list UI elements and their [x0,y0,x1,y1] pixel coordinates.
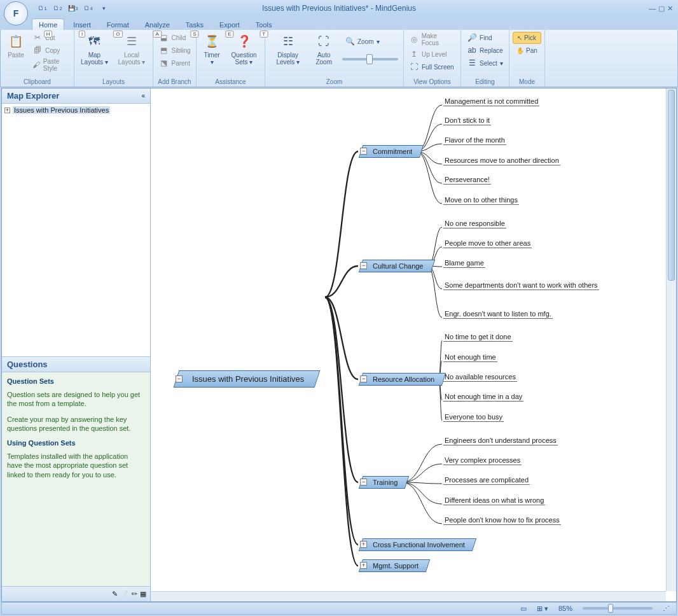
status-bar: ▭ ⊞ ▾ 85% ⋰ [1,602,677,615]
mindmap-leaf[interactable]: Resources move to another direction [443,157,560,165]
qat-item[interactable]: 🗋2 [51,2,65,15]
tab-analyze[interactable]: AnalyzeA [138,18,177,30]
tab-tools[interactable]: ToolsT [249,18,279,30]
mindmap-leaf[interactable]: Management is not committed [443,97,539,106]
close-button[interactable]: ✕ [667,4,673,13]
mindmap-branch-node[interactable]: −Cultural Change [359,260,435,272]
tab-tasks[interactable]: TasksS [179,18,211,30]
ribbon: 📋Paste ✂Cut 🗐Copy 🖌Paste Style Clipboard… [0,30,678,87]
paste-button: 📋Paste [3,31,29,60]
copy-button: 🗐Copy [30,44,71,57]
sidebar: Map Explorer « + Issues with Previous In… [2,88,151,601]
qat-item[interactable]: 🗋1 [36,2,50,15]
mindmap-branch-node[interactable]: +Mgmt. Support [359,559,431,572]
mindmap-leaf[interactable]: Blame game [443,259,485,268]
mindmap-branch-node[interactable]: −Commitment [359,145,424,158]
mindmap-leaf[interactable]: Engr. doesn't want to listen to mfg. [443,310,553,319]
edit-icon[interactable]: ✏ [132,590,137,598]
mindmap-branch-node[interactable]: +Cross Functional Involvement [359,538,476,551]
mindmap-canvas[interactable]: −Issues with Previous Initiatives−Commit… [151,88,676,601]
view-icon[interactable]: ▭ [520,605,527,613]
maximize-button[interactable]: ▢ [658,4,665,13]
qat-item[interactable]: 💾3 [66,2,80,15]
mindmap-leaf[interactable]: No time to get it done [443,333,513,342]
find-button[interactable]: 🔎Find [464,31,506,44]
zoom-slider[interactable] [342,58,398,60]
quick-access-toolbar: 🗋1 🗋2 💾3 🗋4 ▾ [36,2,111,15]
questions-header: Questions [2,357,150,372]
timer-button[interactable]: ⏳Timer ▾ [199,31,225,67]
window-title: Issues with Previous Initiatives* - Mind… [262,4,416,13]
pan-mode-button[interactable]: ✋Pan [513,45,541,56]
mindmap-leaf[interactable]: People move to other areas [443,239,532,248]
mindmap-leaf[interactable]: Some departments don't want to work with… [443,281,599,290]
make-focus-button: ◎Make Focus [406,31,458,48]
mindmap-root-node[interactable]: −Issues with Previous Initiatives [174,370,321,388]
replace-button[interactable]: abReplace [464,44,506,57]
resize-grip-icon[interactable]: ⋰ [663,605,670,613]
pencil-icon[interactable]: ✎ [112,590,118,598]
grid-icon[interactable]: ▦ [140,590,146,598]
mindmap-leaf[interactable]: No one responsible [443,220,506,228]
tab-export[interactable]: ExportE [212,18,247,30]
vertical-scrollbar[interactable] [666,88,676,591]
display-levels-button[interactable]: ☷Display Levels ▾ [268,31,308,67]
tab-insert[interactable]: InsertI [66,18,98,30]
full-screen-button[interactable]: ⛶Full Screen [406,60,458,73]
expand-icon[interactable]: + [4,108,10,113]
mindmap-leaf[interactable]: Not enough time [443,353,497,362]
mindmap-leaf[interactable]: Processes are complicated [443,476,530,485]
workspace: Map Explorer « + Issues with Previous In… [1,88,677,602]
mindmap-leaf[interactable]: Very complex processes [443,456,522,465]
title-bar: F 🗋1 🗋2 💾3 🗋4 ▾ Issues with Previous Ini… [0,0,678,17]
mindmap-leaf[interactable]: People don't know how to fix process [443,516,561,525]
questions-toolbar: ✎ ❔ ✏ ▦ [2,586,150,601]
select-button[interactable]: ☰Select ▾ [464,57,506,69]
map-explorer-header: Map Explorer « [2,88,150,104]
mindmap-leaf[interactable]: Move on to other things [443,196,519,205]
help-icon[interactable]: ❔ [120,590,129,598]
mindmap-leaf[interactable]: Don't stick to it [443,116,491,125]
up-level-button: ↥Up Level [406,48,458,60]
map-explorer-tree[interactable]: + Issues with Previous Initiatives [2,104,150,357]
horizontal-scrollbar[interactable] [151,591,666,601]
child-button: ⬓Child [156,31,193,44]
zoom-button[interactable]: 🔍Zoom ▾ [342,35,398,48]
tab-format[interactable]: FormatO [100,18,136,30]
qat-more[interactable]: ▾ [97,2,111,15]
mindmap-leaf[interactable]: No available resources [443,373,517,382]
auto-zoom-button[interactable]: ⛶Auto Zoom [309,31,338,67]
paste-style-button: 🖌Paste Style [30,57,71,73]
mindmap-leaf[interactable]: Flavor of the month [443,136,506,145]
tree-item[interactable]: + Issues with Previous Initiatives [4,106,148,114]
qat-item[interactable]: 🗋4 [81,2,95,15]
minimize-button[interactable]: — [649,4,656,13]
app-menu-button[interactable]: F [4,1,28,25]
mindmap-branch-node[interactable]: −Resource Allocation [359,373,446,386]
zoom-slider-status[interactable] [583,607,653,610]
mindmap-leaf[interactable]: Everyone too busy [443,413,504,422]
parent-button: ⬔Parent [156,57,193,69]
sibling-button: ⬒Sibling [156,44,193,57]
layout-icon[interactable]: ⊞ ▾ [537,605,548,613]
pick-mode-button[interactable]: ↖Pick [513,32,541,44]
mindmap-leaf[interactable]: Different ideas on what is wrong [443,496,545,505]
mindmap-branch-node[interactable]: −Training [359,476,410,489]
mindmap-leaf[interactable]: Not enough time in a day [443,393,523,402]
zoom-level[interactable]: 85% [558,605,572,612]
mindmap-leaf[interactable]: Engineers don't understand process [443,437,558,445]
collapse-icon[interactable]: « [141,92,145,99]
mindmap-leaf[interactable]: Perseverance! [443,176,491,185]
questions-panel: Question Sets Question sets are designed… [2,372,150,586]
tab-home[interactable]: HomeH [32,18,64,30]
ribbon-tabs: HomeHInsertIFormatOAnalyzeATasksSExportE… [0,17,678,30]
